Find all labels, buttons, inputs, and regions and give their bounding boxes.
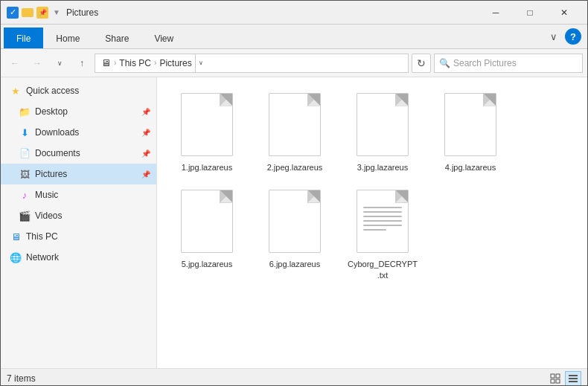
- ribbon-dropdown-btn[interactable]: ∨: [544, 27, 563, 46]
- sidebar-label-pictures: Pictures: [35, 169, 67, 179]
- svg-rect-0: [551, 374, 555, 378]
- file-page-shape: [181, 93, 233, 156]
- svg-rect-4: [569, 375, 578, 376]
- list-item[interactable]: 1.jpg.lazareus: [166, 86, 248, 177]
- list-item[interactable]: 6.jpg.lazareus: [254, 183, 336, 285]
- sidebar: ★ Quick access 📁 Desktop 📌 ⬇ Downloads 📌…: [1, 77, 157, 368]
- sidebar-label-documents: Documents: [35, 148, 80, 158]
- pin-icon-downloads: 📌: [141, 129, 150, 137]
- docs-icon: 📄: [19, 147, 31, 159]
- minimize-button[interactable]: ─: [479, 1, 513, 25]
- sidebar-item-this-pc[interactable]: 🖥 This PC: [1, 226, 156, 247]
- sidebar-label-this-pc: This PC: [26, 231, 58, 242]
- file-name: 2.jpeg.lazareus: [267, 162, 323, 173]
- svg-rect-2: [551, 379, 555, 383]
- pin-icon-desktop: 📌: [141, 108, 150, 116]
- refresh-button[interactable]: ↻: [412, 54, 431, 73]
- close-button[interactable]: ✕: [547, 1, 581, 25]
- item-count: 7 items: [7, 373, 36, 384]
- view-controls: [547, 371, 581, 386]
- file-page-shape: [269, 190, 321, 253]
- title-bar: ✓ 📌 ▼ Pictures ─ □ ✕: [1, 1, 587, 25]
- tab-home[interactable]: Home: [43, 28, 92, 48]
- list-view-button[interactable]: [547, 371, 563, 386]
- file-name: 4.jpg.lazareus: [445, 162, 496, 173]
- search-box[interactable]: 🔍 Search Pictures: [434, 54, 583, 73]
- tab-share[interactable]: Share: [92, 28, 141, 48]
- path-thispc: This PC: [119, 58, 151, 68]
- address-bar: ← → ∨ ↑ 🖥 › This PC › Pictures ∨ ↻ 🔍 Sea…: [1, 49, 587, 77]
- help-button[interactable]: ?: [565, 28, 581, 45]
- file-name: 5.jpg.lazareus: [182, 259, 233, 269]
- ribbon-tabs: File Home Share View: [1, 25, 189, 48]
- list-item[interactable]: Cyborg_DECRYPT.txt: [342, 183, 424, 285]
- file-page-shape: [444, 93, 496, 156]
- back-button[interactable]: ←: [5, 54, 25, 73]
- sidebar-item-pictures[interactable]: 🖼 Pictures 📌: [1, 164, 156, 184]
- sidebar-label-downloads: Downloads: [35, 127, 79, 138]
- sidebar-label-quick-access: Quick access: [26, 86, 79, 96]
- forward-button[interactable]: →: [28, 54, 47, 73]
- file-name: 1.jpg.lazareus: [182, 162, 233, 173]
- text-lines: [363, 207, 402, 234]
- sidebar-item-downloads[interactable]: ⬇ Downloads 📌: [1, 122, 156, 143]
- sidebar-label-videos: Videos: [35, 210, 62, 221]
- file-page-shape: [357, 93, 409, 156]
- large-icon-view-button[interactable]: [565, 371, 581, 386]
- music-icon: ♪: [19, 189, 31, 201]
- status-bar: 7 items: [1, 368, 587, 386]
- file-icon: [353, 91, 412, 158]
- list-item[interactable]: 4.jpg.lazareus: [429, 86, 511, 177]
- sidebar-item-music[interactable]: ♪ Music: [1, 184, 156, 205]
- file-icon: [441, 91, 500, 158]
- up-button[interactable]: ↑: [72, 54, 92, 73]
- maximize-button[interactable]: □: [513, 1, 547, 25]
- tab-view[interactable]: View: [141, 28, 186, 48]
- network-icon: 🌐: [10, 251, 22, 263]
- search-icon: 🔍: [439, 58, 450, 68]
- file-page-shape: [181, 190, 233, 253]
- address-path[interactable]: 🖥 › This PC › Pictures ∨: [95, 54, 409, 73]
- search-placeholder: Search Pictures: [453, 58, 517, 68]
- path-dropdown-button[interactable]: ∨: [50, 54, 69, 73]
- title-bar-icons: ✓ 📌 ▼: [7, 7, 60, 19]
- list-item[interactable]: 3.jpg.lazareus: [342, 86, 424, 177]
- file-icon: [265, 187, 325, 254]
- path-icon: 🖥: [101, 57, 111, 68]
- list-item[interactable]: 5.jpg.lazareus: [166, 183, 248, 285]
- file-icon: [177, 187, 237, 254]
- list-item[interactable]: 2.jpeg.lazareus: [254, 86, 336, 177]
- pin-icon-documents: 📌: [141, 149, 150, 158]
- file-page-shape: [269, 93, 321, 156]
- videos-icon: 🎬: [19, 210, 31, 222]
- file-page-shape: [357, 190, 409, 253]
- window-controls: ─ □ ✕: [479, 1, 581, 25]
- path-arrow[interactable]: ∨: [195, 54, 207, 73]
- tab-file[interactable]: File: [4, 28, 43, 48]
- star-icon: ★: [10, 85, 22, 97]
- download-icon: ⬇: [19, 126, 31, 138]
- sidebar-item-network[interactable]: 🌐 Network: [1, 247, 156, 268]
- file-grid: 1.jpg.lazareus 2.jpeg.lazareus 3.j: [166, 86, 578, 285]
- svg-rect-6: [569, 381, 578, 382]
- main-content: ★ Quick access 📁 Desktop 📌 ⬇ Downloads 📌…: [1, 77, 587, 368]
- svg-rect-1: [556, 374, 560, 378]
- sidebar-item-documents[interactable]: 📄 Documents 📌: [1, 143, 156, 164]
- svg-rect-5: [569, 378, 578, 379]
- file-icon: [265, 91, 325, 158]
- file-name: Cyborg_DECRYPT.txt: [348, 259, 418, 280]
- sidebar-item-videos[interactable]: 🎬 Videos: [1, 205, 156, 226]
- title-icon-check: ✓: [7, 7, 19, 19]
- title-icon-folder: [22, 8, 33, 17]
- sidebar-label-desktop: Desktop: [35, 106, 68, 117]
- file-name: 3.jpg.lazareus: [357, 162, 409, 173]
- path-pictures: Pictures: [159, 58, 191, 68]
- svg-rect-3: [556, 379, 560, 383]
- sidebar-item-desktop[interactable]: 📁 Desktop 📌: [1, 101, 156, 122]
- window-title: Pictures: [66, 7, 479, 18]
- ribbon: File Home Share View ∨ ?: [1, 25, 587, 49]
- sidebar-item-quick-access[interactable]: ★ Quick access: [1, 80, 156, 101]
- pc-icon: 🖥: [10, 231, 22, 242]
- file-icon: [353, 187, 412, 254]
- folder-blue-icon: 📁: [19, 106, 31, 118]
